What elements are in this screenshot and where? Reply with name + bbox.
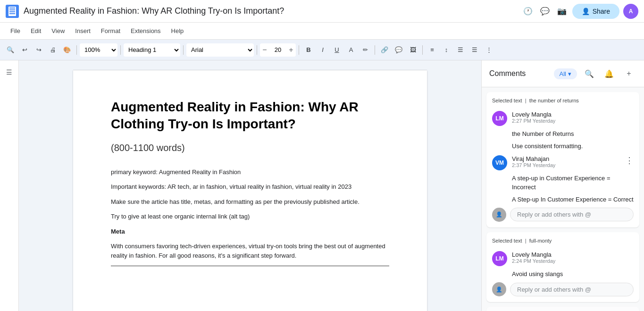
bullet-list-button[interactable]: ☰: [454, 43, 467, 57]
share-button[interactable]: 👤 Share: [572, 4, 619, 19]
font-size-input[interactable]: [269, 43, 286, 57]
reply-input-row-1: 👤 Reply or add others with @: [492, 208, 634, 222]
comment-author-row-3: LM Lovely Mangla 2:24 PM Yesterday: [492, 251, 634, 266]
formatting-note-text: Make sure the article has title, metas, …: [111, 197, 389, 207]
reply-avatar-1: 👤: [492, 208, 506, 222]
meta-body-text: With consumers favoring tech-driven expe…: [111, 242, 389, 260]
share-icon: 👤: [582, 8, 590, 15]
title-bar: Augmented Reality in Fashion: Why AR Clo…: [0, 0, 644, 23]
menu-help[interactable]: Help: [167, 25, 189, 36]
reply-avatar-2: 👤: [492, 282, 506, 296]
link-button[interactable]: 🔗: [378, 43, 391, 57]
bold-button[interactable]: B: [302, 43, 315, 57]
font-size-control: − +: [260, 43, 296, 57]
app-logo: [6, 5, 19, 18]
align-button[interactable]: ≡: [426, 43, 439, 57]
italic-button[interactable]: I: [316, 43, 329, 57]
left-sidebar: ☰: [0, 60, 19, 311]
menu-insert[interactable]: Insert: [70, 25, 95, 36]
comment-author-name-1: Lovely Mangla: [512, 111, 555, 118]
main-layout: ☰ Augmented Reality in Fashion: Why AR C…: [0, 60, 644, 311]
document-page[interactable]: Augmented Reality in Fashion: Why AR Clo…: [73, 70, 427, 311]
print-button[interactable]: 🖨: [46, 43, 59, 57]
underline-button[interactable]: U: [330, 43, 343, 57]
comments-bell-button[interactable]: 🔔: [602, 66, 617, 81]
toolbar-divider-1: [76, 45, 77, 55]
history-icon[interactable]: 🕐: [521, 5, 535, 18]
primary-keyword-text: primary keyword: Augmented Reality in Fa…: [111, 168, 389, 177]
comment-author-row-2: VM Viraj Mahajan 2:37 PM Yesterday ⋮: [492, 155, 634, 170]
toolbar-divider-5: [299, 45, 299, 55]
comment-text-3: Avoid using slangs: [512, 270, 634, 278]
reply-input-1[interactable]: Reply or add others with @: [510, 208, 634, 221]
toolbar-divider-4: [257, 45, 257, 55]
font-size-increase-button[interactable]: +: [286, 43, 296, 57]
outline-button[interactable]: ☰: [2, 65, 17, 79]
comment-text-2b: A Step-up In Customer Experience = Corre…: [512, 195, 634, 204]
document-divider: [111, 266, 389, 266]
reply-input-row-2: 👤 Reply or add others with @: [492, 282, 634, 296]
toolbar-divider-7: [422, 45, 423, 55]
search-toolbar-icon[interactable]: 🔍: [4, 43, 17, 57]
comment-avatar-lm2: LM: [492, 251, 507, 266]
highlight-button[interactable]: ✏: [359, 43, 372, 57]
comment-selected-text-2: Selected text | full-monty: [492, 238, 634, 246]
comments-add-button[interactable]: +: [621, 66, 636, 81]
comment-time-1: 2:27 PM Yesterday: [512, 118, 555, 124]
redo-button[interactable]: ↪: [32, 43, 45, 57]
comment-more-button[interactable]: ⋮: [625, 155, 634, 166]
comments-header: Comments All ▾ 🔍 🔔 +: [482, 60, 644, 87]
comments-filter-button[interactable]: All ▾: [554, 68, 577, 79]
comment-author-name-2: Viraj Mahajan: [512, 155, 620, 162]
comment-author-row-1: LM Lovely Mangla 2:27 PM Yesterday: [492, 111, 634, 126]
document-main-title[interactable]: Augmented Reality in Fashion: Why AR Clo…: [111, 99, 389, 133]
toolbar-divider-3: [183, 45, 184, 55]
title-icons: 🕐 💬 📷 👤 Share A: [521, 4, 638, 19]
line-spacing-button[interactable]: ↕: [440, 43, 453, 57]
menu-extensions[interactable]: Extensions: [126, 25, 166, 36]
document-title[interactable]: Augmented Reality in Fashion: Why AR Clo…: [24, 6, 517, 16]
font-family-select[interactable]: Arial Times New Roman: [186, 43, 254, 57]
call-icon[interactable]: 📷: [555, 5, 569, 18]
comment-avatar-vm: VM: [492, 155, 507, 170]
comments-panel: Comments All ▾ 🔍 🔔 + Selected text | the…: [481, 60, 644, 311]
menu-bar: File Edit View Insert Format Extensions …: [0, 23, 644, 40]
text-color-button[interactable]: A: [344, 43, 358, 57]
numbered-list-button[interactable]: ☰: [468, 43, 481, 57]
document-area[interactable]: Augmented Reality in Fashion: Why AR Clo…: [19, 60, 481, 311]
menu-format[interactable]: Format: [96, 25, 125, 36]
comment-avatar-lm: LM: [492, 111, 507, 126]
comment-button[interactable]: 💬: [392, 43, 405, 57]
more-formats-button[interactable]: ⋮: [482, 43, 495, 57]
comment-time-3: 2:24 PM Yesterday: [512, 258, 555, 264]
internal-link-text: Try to give at least one organic interna…: [111, 212, 389, 221]
comment-selected-text-1: Selected text | the number of returns: [492, 98, 634, 106]
comment-text-1b: Use consistent formatting.: [512, 142, 634, 151]
comment-card-2: Selected text | full-monty LM Lovely Man…: [486, 232, 639, 302]
comment-time-2: 2:37 PM Yesterday: [512, 162, 620, 168]
comment-card-1: Selected text | the number of returns LM…: [486, 92, 639, 227]
font-size-decrease-button[interactable]: −: [260, 43, 269, 57]
toolbar-divider-6: [375, 45, 375, 55]
toolbar: 🔍 ↩ ↪ 🖨 🎨 100% 75% 150% Heading 1 Headin…: [0, 40, 644, 60]
zoom-select[interactable]: 100% 75% 150%: [80, 43, 117, 57]
comments-panel-title: Comments: [489, 69, 549, 78]
comment-text-2a: A step-up in Customer Experience = Incor…: [512, 174, 634, 191]
undo-button[interactable]: ↩: [18, 43, 31, 57]
comment-author-name-3: Lovely Mangla: [512, 251, 555, 258]
menu-edit[interactable]: Edit: [26, 25, 46, 36]
image-button[interactable]: 🖼: [406, 43, 419, 57]
paint-format-button[interactable]: 🎨: [60, 43, 74, 57]
meta-label: Meta: [111, 227, 389, 236]
heading-style-select[interactable]: Heading 1 Heading 2 Normal text: [124, 43, 180, 57]
menu-view[interactable]: View: [47, 25, 69, 36]
document-body[interactable]: primary keyword: Augmented Reality in Fa…: [111, 168, 389, 267]
user-avatar[interactable]: A: [623, 4, 638, 19]
comments-icon[interactable]: 💬: [538, 5, 552, 18]
reply-input-2[interactable]: Reply or add others with @: [510, 283, 634, 296]
toolbar-divider-2: [120, 45, 121, 55]
filter-dropdown-icon: ▾: [568, 70, 571, 77]
comments-search-button[interactable]: 🔍: [582, 66, 597, 81]
important-keywords-text: Important keywords: AR tech, ar in fashi…: [111, 182, 389, 192]
menu-file[interactable]: File: [6, 25, 25, 36]
